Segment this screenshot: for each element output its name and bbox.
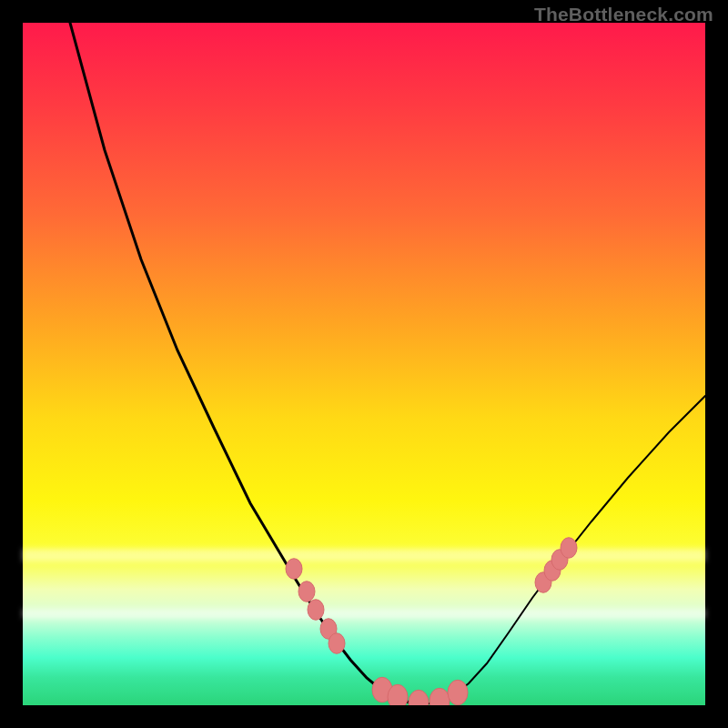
data-marker xyxy=(388,684,408,705)
data-marker xyxy=(544,561,561,581)
curve-left-branch xyxy=(70,23,421,704)
chart-plot-area xyxy=(23,23,705,705)
data-marker xyxy=(329,633,345,654)
chart-svg xyxy=(23,23,705,705)
data-marker xyxy=(372,677,392,703)
data-marker xyxy=(535,572,551,593)
highlight-band xyxy=(23,609,705,618)
data-marker xyxy=(430,688,450,705)
data-marker xyxy=(286,559,302,580)
data-marker xyxy=(298,581,315,602)
highlight-band xyxy=(23,549,705,561)
data-marker xyxy=(320,619,337,640)
data-marker xyxy=(409,690,429,705)
data-marker xyxy=(448,680,468,705)
